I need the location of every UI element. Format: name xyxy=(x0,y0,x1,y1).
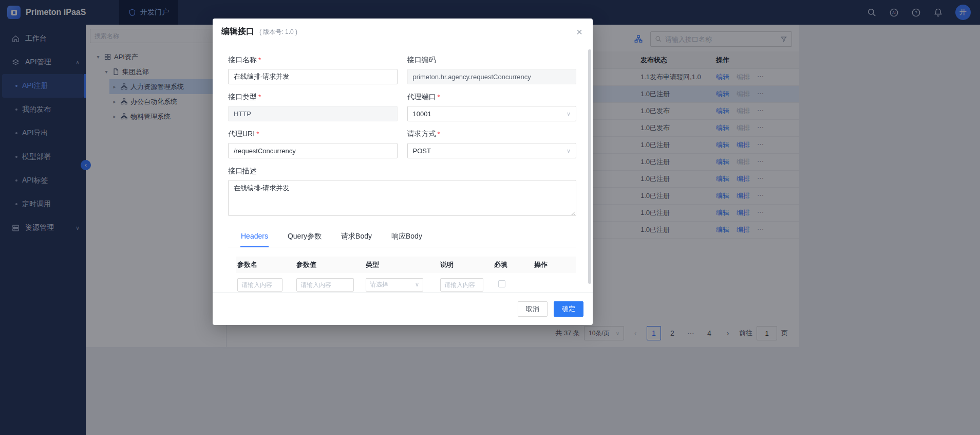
field-label: 接口描述 xyxy=(228,167,257,176)
field-label: 代理端口 xyxy=(407,93,436,102)
edit-api-modal: 编辑接口 ( 版本号: 1.0 ) × 接口名称 * 接口编码 接口类型 xyxy=(213,19,593,325)
field-label: 请求方式 xyxy=(407,130,436,139)
chevron-down-icon: ∨ xyxy=(415,281,419,288)
field-label: 接口编码 xyxy=(407,56,436,65)
api-name-input[interactable] xyxy=(228,69,398,84)
required-mark: * xyxy=(438,130,440,138)
required-checkbox[interactable] xyxy=(498,280,505,287)
field-api-name: 接口名称 * xyxy=(228,56,398,84)
api-code-input xyxy=(407,69,577,84)
field-label: 接口类型 xyxy=(228,93,257,102)
required-mark: * xyxy=(258,93,261,101)
param-col-name: 参数名 xyxy=(237,260,296,269)
field-api-code: 接口编码 xyxy=(407,56,577,84)
param-desc-input[interactable] xyxy=(440,278,483,292)
param-type-select[interactable]: 请选择 ∨ xyxy=(366,278,423,292)
required-mark: * xyxy=(438,93,440,101)
close-icon[interactable]: × xyxy=(576,27,582,37)
param-col-type: 类型 xyxy=(366,260,440,269)
api-type-input xyxy=(228,106,398,121)
param-value-input[interactable] xyxy=(296,278,354,292)
proxy-port-value: 10001 xyxy=(413,110,431,118)
request-method-select[interactable]: POST ∨ xyxy=(407,143,577,158)
field-api-type: 接口类型 * xyxy=(228,93,398,121)
tab-response-body[interactable]: 响应Body xyxy=(391,226,423,247)
tab-request-body[interactable]: 请求Body xyxy=(341,226,372,247)
param-tabs: Headers Query参数 请求Body 响应Body xyxy=(228,226,576,247)
modal-scrollbar[interactable] xyxy=(588,49,591,284)
field-api-desc: 接口描述 在线编排-请求并发 xyxy=(228,167,576,218)
param-col-value: 参数值 xyxy=(296,260,366,269)
field-proxy-uri: 代理URI * xyxy=(228,130,398,158)
param-type-placeholder: 请选择 xyxy=(370,280,388,289)
param-name-input[interactable] xyxy=(237,278,282,292)
tab-headers[interactable]: Headers xyxy=(240,226,269,247)
field-label: 接口名称 xyxy=(228,56,257,65)
param-col-desc: 说明 xyxy=(440,260,494,269)
param-table: 参数名 参数值 类型 说明 必填 操作 请选择 ∨ xyxy=(236,257,576,292)
chevron-down-icon: ∨ xyxy=(567,111,571,117)
field-request-method: 请求方式 * POST ∨ xyxy=(407,130,577,158)
modal-footer: 取消 确定 xyxy=(213,292,593,325)
modal-version: ( 版本号: 1.0 ) xyxy=(259,28,297,37)
proxy-port-select[interactable]: 10001 ∨ xyxy=(407,106,577,121)
param-table-header: 参数名 参数值 类型 说明 必填 操作 xyxy=(236,257,576,273)
chevron-down-icon: ∨ xyxy=(567,148,571,154)
modal-body: 接口名称 * 接口编码 接口类型 * 代理端口 xyxy=(213,45,593,292)
modal-title: 编辑接口 xyxy=(221,26,254,37)
proxy-uri-input[interactable] xyxy=(228,143,398,158)
field-proxy-port: 代理端口 * 10001 ∨ xyxy=(407,93,577,121)
tab-query-params[interactable]: Query参数 xyxy=(287,226,322,247)
param-col-actions: 操作 xyxy=(534,260,576,269)
api-desc-textarea[interactable]: 在线编排-请求并发 xyxy=(228,180,576,216)
field-label: 代理URI xyxy=(228,130,255,139)
required-mark: * xyxy=(258,56,261,64)
request-method-value: POST xyxy=(413,147,431,155)
param-col-required: 必填 xyxy=(494,260,534,269)
cancel-button[interactable]: 取消 xyxy=(518,301,548,317)
confirm-button[interactable]: 确定 xyxy=(554,301,583,317)
param-table-row: 请选择 ∨ xyxy=(236,273,576,292)
modal-header: 编辑接口 ( 版本号: 1.0 ) × xyxy=(213,19,593,45)
required-mark: * xyxy=(256,130,259,138)
